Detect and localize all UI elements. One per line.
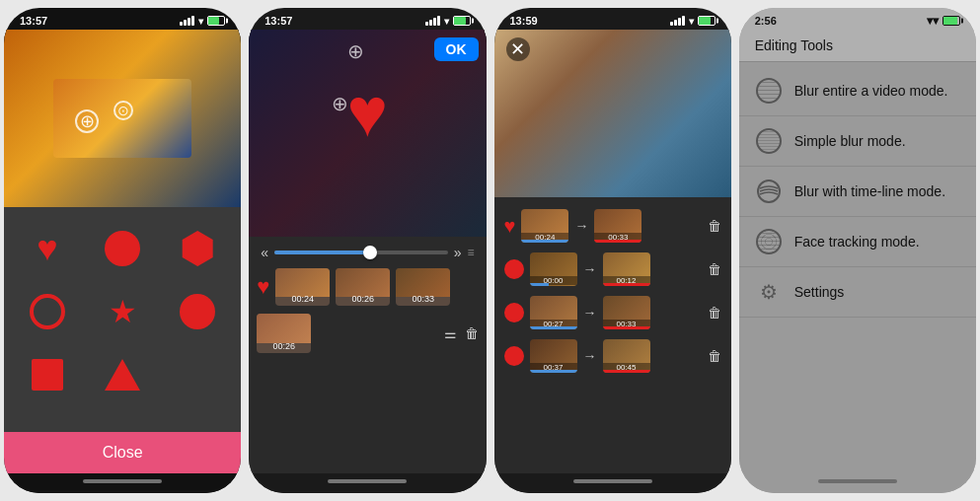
- rewind-button[interactable]: «: [261, 245, 268, 260]
- seg-arrow-2: →: [583, 261, 597, 277]
- seg-thumb-3a[interactable]: 00:27: [530, 296, 577, 329]
- status-bar-4: 2:56 ▾▾: [739, 8, 976, 30]
- video-preview-1: [4, 30, 241, 207]
- phone-3: 13:59 ▾ ✕ ♥ 00:24 →: [494, 8, 731, 493]
- close-x-button[interactable]: ✕: [506, 37, 530, 61]
- status-icons-4: ▾▾: [927, 14, 960, 28]
- battery-icon: [207, 16, 225, 26]
- menu-item-face-tracking[interactable]: Face tracking mode.: [739, 217, 976, 267]
- blur-timeline-icon: [755, 178, 783, 205]
- shape-circle-outline-btn[interactable]: [16, 286, 79, 337]
- blur-simple-icon: [755, 127, 783, 155]
- wifi-icon-3: ▾: [689, 16, 694, 27]
- bottom-clip-thumb[interactable]: 00:26: [257, 314, 311, 353]
- clip-thumb-1[interactable]: 00:24: [275, 268, 330, 306]
- phone-4: 2:56 ▾▾ Editing Tools Blur entire a vide…: [739, 8, 976, 493]
- video-preview-3: ✕: [494, 30, 731, 197]
- wifi-icon: ▾: [198, 16, 203, 27]
- shape-triangle-btn[interactable]: [91, 349, 154, 400]
- time-2: 13:57: [264, 15, 292, 27]
- seg-thumb-4a[interactable]: 00:37: [530, 339, 577, 373]
- clip-row-2: 00:26 ⚌ 🗑: [257, 314, 478, 353]
- delete-icon[interactable]: 🗑: [465, 325, 479, 341]
- signal-icon: [180, 16, 194, 26]
- shape-grid: ♥ ★: [4, 207, 241, 432]
- adjust-icon[interactable]: ⚌: [444, 325, 457, 341]
- wifi-icon-4: ▾▾: [927, 14, 939, 28]
- seg-thumb-3b[interactable]: 00:33: [603, 296, 650, 329]
- battery-icon-4: [942, 16, 960, 26]
- shape-circle-filled-btn[interactable]: [166, 286, 229, 337]
- lines-icon: ≡: [467, 246, 474, 259]
- menu-item-settings[interactable]: ⚙ Settings: [739, 267, 976, 318]
- shape-heart-btn[interactable]: ♥: [16, 223, 79, 274]
- wifi-icon-2: ▾: [444, 16, 449, 27]
- menu-item-blur-simple[interactable]: Simple blur mode.: [739, 116, 976, 167]
- status-icons-3: ▾: [670, 16, 716, 27]
- clip-thumb-2[interactable]: 00:26: [336, 268, 390, 306]
- status-icons-2: ▾: [425, 16, 471, 27]
- phone-1: 13:57 ▾ ♥: [4, 8, 241, 493]
- seg-thumb-1b[interactable]: 00:33: [594, 209, 641, 243]
- status-bar-3: 13:59 ▾: [494, 8, 731, 30]
- resize-handle-2[interactable]: [332, 92, 348, 115]
- segment-row-2: 00:00 → 00:12 🗑: [504, 249, 721, 290]
- blur-full-icon: [755, 77, 783, 105]
- seg-arrow-4: →: [583, 348, 597, 364]
- segment-row-4: 00:37 → 00:45 🗑: [504, 335, 721, 377]
- seg-shape-1: ♥: [504, 215, 516, 238]
- seg-trash-2[interactable]: 🗑: [708, 261, 721, 277]
- menu-item-blur-full[interactable]: Blur entire a video mode.: [739, 66, 976, 116]
- seg-thumb-2a[interactable]: 00:00: [530, 252, 577, 286]
- forward-button[interactable]: »: [454, 245, 462, 260]
- seg-thumb-4b[interactable]: 00:45: [603, 339, 650, 373]
- video-preview-2: ♥ OK: [249, 30, 486, 237]
- menu-label-3: Blur with time-line mode.: [794, 183, 945, 199]
- close-button[interactable]: Close: [4, 432, 241, 473]
- timeline-slider[interactable]: [274, 250, 448, 254]
- seg-arrow-3: →: [583, 305, 597, 321]
- editing-tools-header: Editing Tools: [739, 30, 976, 62]
- menu-label-5: Settings: [794, 284, 845, 300]
- resize-handle[interactable]: [113, 101, 133, 120]
- phone-2: 13:57 ▾ ♥ OK « »: [249, 8, 486, 493]
- segment-row-3: 00:27 → 00:33 🗑: [504, 292, 721, 333]
- battery-icon-2: [453, 16, 471, 26]
- seg-trash-3[interactable]: 🗑: [708, 305, 721, 321]
- editing-tools-title: Editing Tools: [755, 37, 833, 53]
- signal-icon-3: [670, 16, 685, 26]
- menu-label-2: Simple blur mode.: [794, 133, 906, 149]
- seg-shape-4: [504, 346, 524, 366]
- menu-list: Blur entire a video mode. Simple blur mo…: [739, 62, 976, 322]
- move-handle[interactable]: [75, 109, 99, 133]
- clip-shape-heart: ♥: [257, 274, 269, 300]
- timeline-area: « » ≡ ♥ 00:24 00:26 00:33: [249, 237, 486, 473]
- time-1: 13:57: [20, 15, 47, 27]
- seg-thumb-1a[interactable]: 00:24: [521, 209, 568, 243]
- clip-controls: ⚌ 🗑: [444, 325, 479, 341]
- seg-thumb-2b[interactable]: 00:12: [603, 252, 650, 286]
- shape-star-btn[interactable]: ★: [91, 286, 154, 337]
- seg-shape-2: [504, 259, 524, 279]
- seg-trash-1[interactable]: 🗑: [708, 218, 721, 234]
- heart-overlay: ♥: [347, 73, 389, 152]
- clip-thumb-3[interactable]: 00:33: [396, 268, 450, 306]
- home-indicator-2: [249, 473, 486, 493]
- status-icons-1: ▾: [180, 16, 225, 27]
- ok-button[interactable]: OK: [434, 37, 479, 61]
- move-handle-2[interactable]: [347, 39, 364, 63]
- shape-circle-btn[interactable]: [91, 223, 154, 274]
- menu-label-4: Face tracking mode.: [794, 234, 920, 250]
- time-3: 13:59: [510, 15, 538, 27]
- home-indicator: [4, 473, 241, 493]
- menu-label-1: Blur entire a video mode.: [794, 83, 948, 99]
- playback-bar: « » ≡: [257, 245, 478, 260]
- home-indicator-4: [739, 473, 976, 493]
- seg-trash-4[interactable]: 🗑: [708, 348, 721, 364]
- home-indicator-3: [494, 473, 731, 493]
- seg-arrow-1: →: [574, 218, 588, 234]
- menu-item-blur-timeline[interactable]: Blur with time-line mode.: [739, 167, 976, 217]
- signal-icon-2: [425, 16, 440, 26]
- shape-hexagon-btn[interactable]: [166, 223, 229, 274]
- shape-square-btn[interactable]: [16, 349, 79, 400]
